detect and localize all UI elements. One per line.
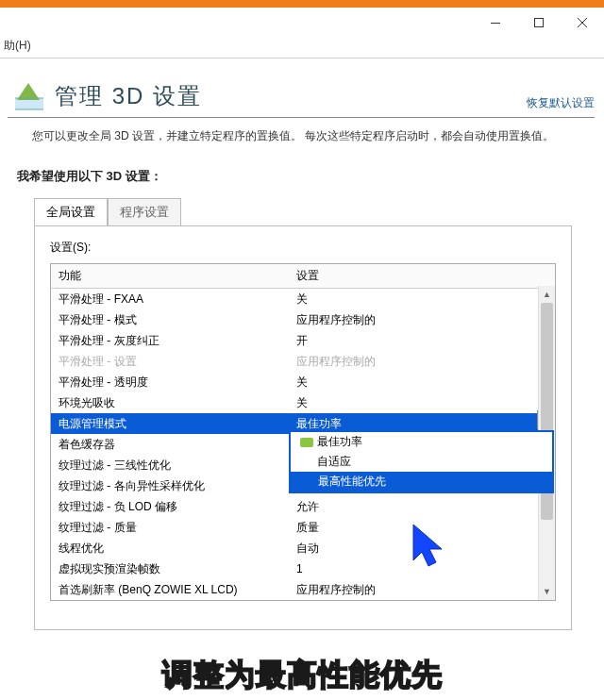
maximize-button[interactable]	[517, 8, 561, 38]
tab-global[interactable]: 全局设置	[34, 198, 108, 225]
page-header: 管理 3D 设置 恢复默认设置	[8, 79, 595, 118]
tab-body: 设置(S): 功能 设置 平滑处理 - FXAA关平滑处理 - 模式应用程序控制…	[34, 225, 572, 630]
svg-rect-0	[491, 23, 500, 24]
tab-program[interactable]: 程序设置	[108, 198, 181, 225]
setting-cell: 关	[289, 375, 555, 391]
feature-cell: 着色缓存器	[51, 437, 289, 453]
table-row[interactable]: 线程优化自动	[51, 538, 555, 558]
feature-cell: 平滑处理 - 设置	[51, 354, 289, 370]
titlebar	[0, 8, 604, 38]
video-caption: 调整为最高性能优先	[0, 649, 604, 700]
nvidia-3d-icon	[13, 79, 45, 111]
feature-cell: 电源管理模式	[51, 416, 289, 432]
menu-help[interactable]: 助(H)	[4, 38, 31, 54]
svg-rect-1	[535, 19, 544, 27]
setting-cell: 质量	[289, 520, 555, 536]
feature-cell: 纹理过滤 - 各向异性采样优化	[51, 478, 289, 494]
feature-cell: 平滑处理 - 透明度	[51, 375, 289, 391]
table-row[interactable]: 首选刷新率 (BenQ ZOWIE XL LCD)应用程序控制的	[51, 579, 555, 600]
table-row[interactable]: 平滑处理 - 灰度纠正开	[51, 330, 555, 351]
grid-header: 功能 设置	[51, 264, 555, 289]
content-area: 管理 3D 设置 恢复默认设置 您可以更改全局 3D 设置，并建立特定程序的置换…	[0, 58, 604, 636]
feature-cell: 线程优化	[51, 541, 289, 557]
feature-cell: 首选刷新率 (BenQ ZOWIE XL LCD)	[51, 582, 289, 598]
table-row[interactable]: 纹理过滤 - 负 LOD 偏移允许	[51, 496, 555, 517]
setting-cell: 应用程序控制的	[289, 582, 555, 598]
page-description: 您可以更改全局 3D 设置，并建立特定程序的置换值。 每次这些特定程序启动时，都…	[32, 127, 574, 145]
table-row[interactable]: 环境光吸收关	[51, 392, 555, 413]
settings-grid: 功能 设置 平滑处理 - FXAA关平滑处理 - 模式应用程序控制的平滑处理 -…	[50, 263, 556, 601]
setting-cell: 关	[289, 292, 555, 308]
minimize-button[interactable]	[474, 8, 517, 38]
table-row[interactable]: 平滑处理 - 模式应用程序控制的	[51, 309, 555, 330]
page-title: 管理 3D 设置	[55, 81, 202, 111]
table-row[interactable]: 虚拟现实预渲染帧数1	[51, 558, 555, 579]
tabs: 全局设置 程序设置	[34, 198, 572, 225]
menubar: 助(H)	[0, 38, 604, 58]
dropdown-option[interactable]: 自适应	[291, 452, 552, 472]
settings-label: 设置(S):	[50, 240, 556, 256]
setting-cell: 允许	[289, 499, 555, 515]
table-row[interactable]: 平滑处理 - 透明度关	[51, 372, 555, 392]
col-setting: 设置	[289, 264, 555, 288]
setting-cell: 1	[289, 562, 555, 575]
feature-cell: 平滑处理 - FXAA	[51, 292, 289, 308]
setting-cell: 应用程序控制的	[289, 354, 555, 370]
setting-cell: 自动	[289, 541, 555, 557]
dropdown-option[interactable]: 最佳功率	[291, 432, 552, 452]
dropdown-option[interactable]: 最高性能优先	[291, 472, 552, 492]
scroll-down-icon[interactable]: ▼	[539, 583, 555, 600]
col-feature: 功能	[51, 264, 289, 288]
feature-cell: 纹理过滤 - 质量	[51, 520, 289, 536]
scroll-up-icon[interactable]: ▲	[539, 286, 555, 303]
table-row[interactable]: 纹理过滤 - 质量质量	[51, 517, 555, 538]
caption-text: 调整为最高性能优先	[162, 658, 443, 692]
feature-cell: 纹理过滤 - 三线性优化	[51, 458, 289, 474]
restore-defaults-link[interactable]: 恢复默认设置	[527, 95, 595, 111]
table-row[interactable]: 平滑处理 - 设置应用程序控制的	[51, 351, 555, 372]
table-row[interactable]: 平滑处理 - FXAA关	[51, 289, 555, 309]
feature-cell: 平滑处理 - 灰度纠正	[51, 333, 289, 349]
power-mode-dropdown: 最佳功率自适应最高性能优先	[289, 430, 554, 493]
section-label: 我希望使用以下 3D 设置：	[17, 168, 595, 185]
feature-cell: 平滑处理 - 模式	[51, 312, 289, 328]
setting-cell: 最佳功率	[289, 416, 555, 432]
feature-cell: 环境光吸收	[51, 395, 289, 411]
setting-cell: 关	[289, 395, 555, 411]
svg-marker-5	[17, 83, 40, 100]
feature-cell: 纹理过滤 - 负 LOD 偏移	[51, 499, 289, 515]
setting-cell: 应用程序控制的	[289, 312, 555, 328]
feature-cell: 虚拟现实预渲染帧数	[51, 561, 289, 577]
app-window: 助(H) 管理 3D 设置 恢复默认设置 您可以更改全局 3D 设置，并建立特定…	[0, 8, 604, 700]
close-button[interactable]	[561, 8, 604, 38]
setting-cell: 开	[289, 333, 555, 349]
